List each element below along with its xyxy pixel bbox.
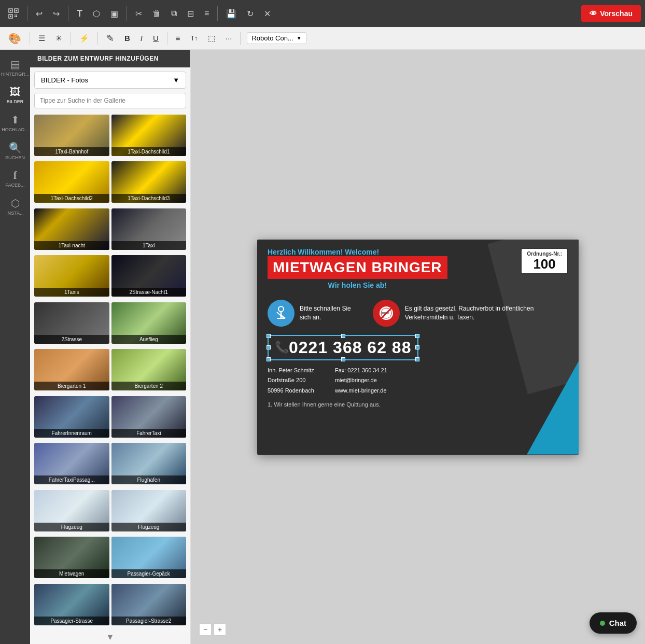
design-card[interactable]: Herzlich Willkommen! Welcome! MIETWAGEN … — [257, 240, 579, 455]
image-item[interactable]: Ausflieg — [111, 302, 187, 344]
redo-button[interactable]: ↪ — [49, 6, 64, 22]
image-item[interactable]: 2Strasse-Nacht1 — [111, 255, 187, 297]
image-item[interactable]: FahrerTaxi — [111, 396, 187, 438]
zoom-out-button[interactable]: − — [199, 623, 212, 636]
image-item[interactable]: 1Taxis — [34, 255, 109, 297]
align-button[interactable]: ⊟ — [183, 6, 198, 22]
refresh-button[interactable]: ↻ — [243, 6, 258, 22]
upload-icon: ⬆ — [11, 114, 20, 126]
image-item[interactable]: Mietwagen — [34, 537, 109, 578]
image-item[interactable]: 1Taxi-Bahnhof — [34, 115, 109, 156]
handle-top-right[interactable] — [415, 334, 419, 338]
contact-row: Inh. Peter Schmitz Dorfstraße 200 50996 … — [268, 366, 568, 396]
chat-label: Chat — [609, 619, 626, 627]
handle-bottom-mid[interactable] — [341, 357, 345, 361]
scroll-down-indicator[interactable]: ▼ — [30, 631, 190, 644]
preview-button[interactable]: 👁 Vorschau — [581, 5, 641, 22]
sidebar-item-upload[interactable]: ⬆ HOCHLAD... — [0, 109, 30, 136]
image-item[interactable]: FahrerTaxiPassag... — [34, 443, 109, 484]
image-item[interactable]: Flugzeug — [111, 490, 187, 531]
toolbar-format: 🎨 ☰ ✳ ⚡ ✎ B I U ≡ T↑ ⬚ ··· Roboto Con...… — [0, 27, 645, 50]
undo-button[interactable]: ↩ — [32, 6, 47, 22]
align-left-button[interactable]: ☰ — [34, 31, 49, 46]
category-select[interactable]: BILDER - Fotos ▼ — [34, 72, 186, 89]
font-selector[interactable]: Roboto Con... ▼ — [247, 32, 306, 44]
separator-1 — [27, 6, 27, 21]
color-picker-button[interactable]: 🎨 — [4, 30, 25, 47]
phone-selection-box[interactable]: 📞 0221 368 62 88 — [268, 335, 418, 360]
delete-button[interactable]: 🗑 — [148, 6, 165, 21]
image-item[interactable]: Flugzeug — [34, 490, 109, 531]
handle-bottom-left[interactable] — [267, 357, 271, 361]
close-button[interactable]: ✕ — [260, 6, 275, 22]
image-label: 1Taxi-Dachschild2 — [34, 194, 109, 203]
image-item[interactable]: Passagier-Gepäck — [111, 537, 187, 578]
image-grid: 1Taxi-Bahnhof1Taxi-Dachschild11Taxi-Dach… — [30, 113, 190, 631]
scissors-button[interactable]: ✂ — [131, 6, 146, 22]
zoom-in-button[interactable]: + — [214, 623, 226, 636]
image-item[interactable]: Passagier-Strasse2 — [111, 584, 187, 625]
image-item[interactable]: 1Taxi-nacht — [34, 208, 109, 250]
image-item[interactable]: FahrerInnenraum — [34, 396, 109, 438]
font-size-button[interactable]: T↑ — [187, 32, 202, 45]
bold-button[interactable]: B — [120, 31, 134, 45]
image-item[interactable]: 1Taxi-Dachschild2 — [34, 161, 109, 203]
image-label: 2Strasse-Nacht1 — [111, 288, 187, 297]
image-item[interactable]: 2Strasse — [34, 302, 109, 344]
sidebar-item-images[interactable]: 🖼 BILDER — [0, 82, 30, 108]
text-box-button[interactable]: ⬚ — [204, 31, 219, 46]
search-input[interactable] — [34, 93, 186, 108]
handle-top-left[interactable] — [267, 334, 271, 338]
card-left-header: Herzlich Willkommen! Welcome! MIETWAGEN … — [268, 248, 447, 297]
image-item[interactable]: Biergarten 2 — [111, 349, 187, 390]
copy-style-button[interactable]: ▣ — [106, 6, 122, 22]
duplicate-button[interactable]: ⧉ — [167, 6, 181, 21]
chat-button[interactable]: Chat — [590, 612, 637, 634]
image-label: 1Taxi — [111, 241, 187, 250]
card-ordnung-box: Ordnungs-Nr.: 100 — [521, 248, 568, 275]
sparkle-button[interactable]: ✳ — [51, 31, 66, 46]
sidebar-facebook-label: FACEB... — [5, 183, 24, 188]
phone-number: 0221 368 62 88 — [289, 338, 411, 357]
image-item[interactable]: 1Taxi-Dachschild1 — [111, 115, 187, 156]
sidebar-instagram-label: INSTA... — [6, 211, 23, 216]
text-align-button[interactable]: ≡ — [172, 31, 185, 45]
svg-point-10 — [278, 306, 284, 312]
sidebar-item-search[interactable]: 🔍 SUCHEN — [0, 137, 30, 164]
image-item[interactable]: Flughafen — [111, 443, 187, 484]
seatbelt-item: Bitte schnallen Sie sich an. — [268, 300, 357, 327]
shapes-button[interactable]: ⬡ — [89, 6, 104, 22]
image-label: 1Taxi-Bahnhof — [34, 147, 109, 156]
image-item[interactable]: 1Taxi-Dachschild3 — [111, 161, 187, 203]
sidebar-item-instagram[interactable]: ⬡ INSTA... — [0, 193, 30, 220]
pencil-button[interactable]: ✎ — [102, 30, 118, 47]
sidebar-item-facebook[interactable]: f FACEB... — [0, 165, 30, 192]
chevron-down-icon: ▼ — [173, 76, 179, 84]
handle-bottom-right[interactable] — [415, 357, 419, 361]
qr-code-button[interactable] — [4, 5, 23, 22]
image-item[interactable]: Passagier-Strasse — [34, 584, 109, 625]
more-button[interactable]: ··· — [221, 31, 236, 45]
contact-name: Inh. Peter Schmitz — [268, 366, 314, 376]
text-button[interactable]: T — [73, 5, 87, 22]
image-label: Flugzeug — [111, 523, 187, 531]
image-label: Passagier-Gepäck — [111, 569, 187, 578]
underline-button[interactable]: U — [149, 31, 163, 45]
card-content: Herzlich Willkommen! Welcome! MIETWAGEN … — [257, 240, 579, 455]
svg-rect-6 — [15, 15, 16, 16]
sidebar-item-background[interactable]: ▤ HINTERGR... — [0, 54, 30, 81]
image-label: 1Taxi-nacht — [34, 241, 109, 250]
handle-top-mid[interactable] — [341, 334, 345, 338]
handle-middle-left[interactable] — [267, 345, 271, 349]
search-icon: 🔍 — [9, 142, 22, 154]
image-item[interactable]: Biergarten 1 — [34, 349, 109, 390]
save-button[interactable]: 💾 — [222, 6, 241, 22]
italic-button[interactable]: I — [136, 31, 147, 45]
svg-rect-1 — [10, 10, 11, 11]
lightning-button[interactable]: ⚡ — [75, 31, 93, 46]
layers-button[interactable]: ≡ — [200, 6, 213, 21]
main-area: ▤ HINTERGR... 🖼 BILDER ⬆ HOCHLAD... 🔍 SU… — [0, 50, 645, 644]
handle-middle-right[interactable] — [415, 345, 419, 349]
chat-online-indicator — [600, 621, 605, 626]
image-item[interactable]: 1Taxi — [111, 208, 187, 250]
